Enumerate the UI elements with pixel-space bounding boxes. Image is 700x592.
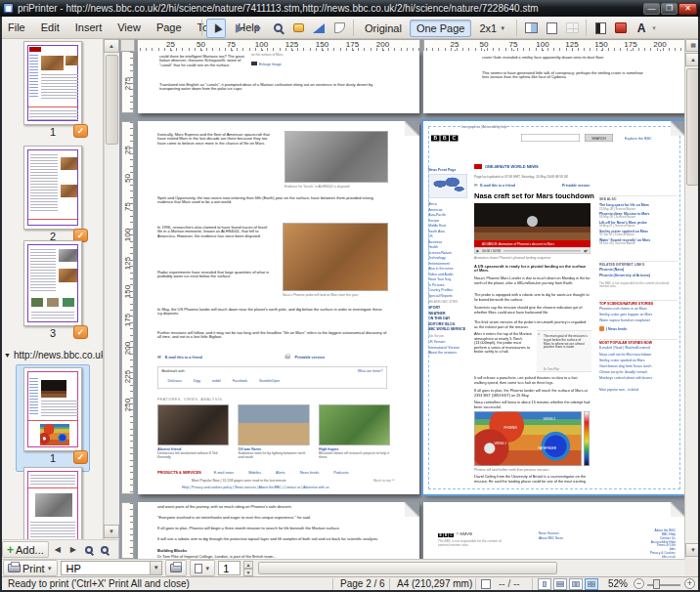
printer-select[interactable]: HP ▼ [61, 561, 163, 575]
red-markup-button[interactable] [611, 19, 631, 38]
page-thumbnail-5[interactable] [23, 467, 82, 539]
facing-pages-button[interactable] [521, 19, 541, 38]
add-document-button[interactable]: + Add... [2, 541, 49, 558]
restore-button[interactable]: ❐ [661, 3, 678, 15]
preview-hscrollbar[interactable] [256, 559, 684, 576]
menu-item[interactable]: Edit [33, 19, 67, 36]
print-check-badge[interactable]: ✓ [73, 450, 88, 464]
page-fold-corner [671, 121, 684, 136]
bbc-logo: BBC [431, 133, 459, 142]
email-icon: ✉ [474, 183, 477, 188]
app-window: ▦ priPrinter - http://news.bbc.co.uk/2/h… [0, 0, 700, 592]
zoom-original-button[interactable]: Original [358, 20, 409, 37]
page-thumbnail-1[interactable] [23, 41, 82, 125]
one-page-button[interactable]: One Page [410, 20, 472, 37]
thumb-zoom-out-button[interactable] [82, 542, 96, 558]
document-group-header[interactable]: ▼ http://news.bbc.co.uk... [4, 350, 104, 360]
paper-size-indicator[interactable]: A4 (210,297 mm) [397, 578, 472, 589]
printer-icon [285, 355, 290, 359]
highlight-tool-button[interactable] [288, 19, 308, 38]
thumbnail-scrollbar[interactable]: ▲ ▼ [104, 39, 119, 539]
scrollbar-thumb[interactable] [106, 55, 118, 145]
grid-view-button[interactable] [562, 19, 582, 38]
grayscale-button[interactable] [591, 19, 610, 38]
text-format-button[interactable]: A [632, 19, 651, 38]
single-page-icon [547, 22, 557, 34]
select-tool-button[interactable]: ▶ [206, 19, 226, 38]
page-6-top-fragment[interactable]: BBC © MMVIII The BBC is not responsible … [423, 502, 684, 559]
toolbar-overflow-icon[interactable]: ▾ [652, 24, 656, 32]
printer-properties-button[interactable] [165, 560, 187, 576]
menu-item[interactable]: View [109, 19, 149, 36]
copies-field[interactable]: 1 [218, 561, 241, 575]
elevation-scale [584, 411, 590, 466]
page-5-top-fragment[interactable]: and worst parts of the journey, with so … [138, 502, 419, 559]
prev-page-button[interactable]: ◀ [51, 542, 65, 558]
menu-item[interactable]: File [0, 19, 33, 36]
view-single-icon[interactable] [538, 578, 551, 590]
spin-down-icon[interactable]: ▼ [243, 569, 253, 576]
chevron-down-icon: ▼ [204, 566, 210, 571]
watermark-tool-button[interactable] [309, 19, 328, 38]
quote-mark-icon: “ [538, 331, 541, 340]
print-button[interactable]: Print ▼ [3, 560, 58, 576]
print-check-badge[interactable]: ✓ [73, 325, 88, 339]
toolbar-separator [353, 20, 354, 36]
title-bar: ▦ priPrinter - http://news.bbc.co.uk/2/h… [0, 0, 700, 17]
page-3[interactable]: Ironically, Mars Express and the fleet o… [138, 121, 419, 494]
rss-icon [599, 326, 604, 331]
page-thumbnail-2[interactable] [23, 146, 82, 230]
fossil-image [284, 131, 388, 183]
page-curl-tool-button[interactable] [329, 19, 349, 38]
view-facing-icon[interactable] [569, 578, 583, 590]
minimize-button[interactable]: — [643, 3, 660, 15]
menu-item[interactable]: Insert [67, 19, 110, 36]
feature-item: High hopes Microsoft shows off research … [319, 404, 392, 459]
thumbnail-panel: 1 ✓ 2 ✓ 3 ✓ ▼ http://news.bbc.co.uk... [0, 39, 104, 539]
page-1-bottom-fragment[interactable]: could there be intelligent Martians too?… [138, 51, 419, 113]
page-4-selected[interactable]: Low graphics | Accessibility help BBC SE… [423, 121, 684, 494]
page-thumbnail-3[interactable] [23, 240, 82, 326]
vertical-ruler-bottom [121, 502, 134, 559]
feature-image [239, 404, 310, 445]
move-tool-button[interactable]: + [247, 19, 267, 38]
select-pages-tool-button[interactable]: ▶ [227, 19, 246, 38]
copies-spinner[interactable]: ▲ ▼ [243, 561, 253, 576]
page-2-bottom-fragment[interactable]: crater Gale revealed a smiley face appar… [423, 51, 684, 113]
zoom-out-button[interactable]: − [634, 578, 644, 589]
close-button[interactable]: ✕ [678, 3, 697, 15]
page-setup-button[interactable]: ▼ [190, 560, 215, 576]
position-tool-icon[interactable] [481, 579, 491, 589]
printer-icon [8, 564, 21, 572]
crosshair-icon: + [253, 22, 261, 34]
see-also-item: Water 'flowed recently' on Mars 06 Dec 0… [599, 237, 678, 244]
play-badge-icon [527, 216, 538, 227]
menu-item[interactable]: Page [149, 19, 190, 36]
scrollbar-thumb[interactable] [258, 562, 557, 574]
single-page-view-button[interactable] [542, 19, 561, 38]
scroll-down-icon[interactable]: ▼ [104, 525, 119, 538]
layout-dropdown[interactable]: 2x1▼ [472, 20, 512, 37]
zoom-level[interactable]: 52% [608, 578, 628, 589]
view-continuous-icon[interactable] [553, 578, 567, 590]
feature-image [157, 404, 229, 445]
zoom-tool-button[interactable] [268, 19, 287, 38]
zoom-slider-thumb[interactable] [653, 579, 660, 589]
window-title: priPrinter - http://news.bbc.co.uk/2/hi/… [18, 3, 642, 14]
magnifier-minus-icon [85, 546, 93, 554]
plus-icon: + [7, 545, 14, 555]
preview-canvas[interactable]: 255075100125150175200 255075100125150175… [119, 39, 684, 559]
search-button: SEARCH [585, 134, 613, 142]
search-input [521, 134, 580, 142]
page-indicator[interactable]: Page 2 / 6 [340, 578, 385, 589]
next-page-button[interactable]: ▶ [66, 542, 80, 558]
spin-up-icon[interactable]: ▲ [243, 561, 253, 569]
print-check-badge[interactable]: ✓ [73, 124, 88, 138]
thumb-zoom-in-button[interactable] [98, 542, 111, 558]
headline: Nasa craft set for Mars touchdown [474, 191, 594, 200]
scroll-up-icon[interactable]: ▲ [104, 39, 119, 53]
page-thumbnail-4-selected[interactable] [23, 367, 82, 451]
zoom-in-button[interactable]: + [684, 578, 695, 589]
view-grid-icon[interactable] [585, 578, 598, 590]
window-border-left [0, 17, 2, 592]
